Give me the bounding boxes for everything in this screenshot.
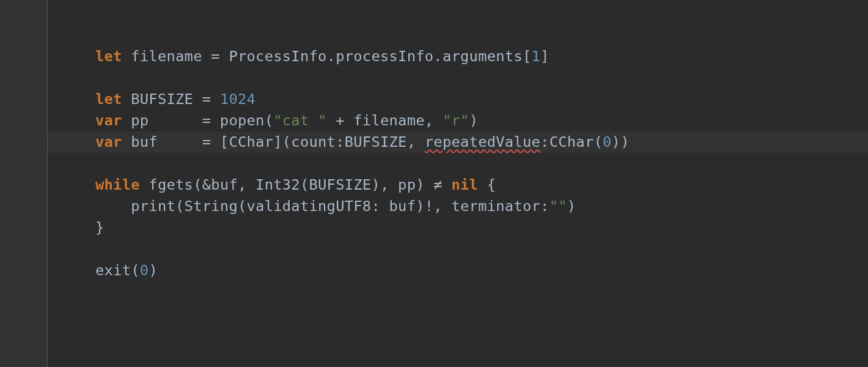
- token-string: "cat ": [273, 112, 326, 129]
- token-type: ProcessInfo: [220, 48, 327, 65]
- token-op: ): [149, 262, 158, 279]
- token-op: =: [211, 48, 220, 65]
- token-plain: Int32(BUFSIZE): [247, 176, 380, 193]
- code-line[interactable]: }: [95, 219, 105, 236]
- token-op: ,: [238, 176, 247, 193]
- token-op: ): [469, 112, 479, 129]
- token-plain: terminator:: [443, 198, 550, 215]
- code-line[interactable]: var pp = popen("cat " + filename, "r"): [95, 112, 478, 129]
- token-ident: processInfo: [336, 48, 433, 65]
- token-op: &: [202, 176, 211, 193]
- token-op: ,: [433, 198, 443, 215]
- token-kw: var: [95, 133, 122, 150]
- token-op: ]: [540, 48, 550, 65]
- token-plain: [327, 112, 336, 129]
- token-op: ): [567, 198, 576, 215]
- token-plain: fgets(: [140, 176, 202, 193]
- token-plain: popen(: [211, 112, 273, 129]
- token-string: "": [550, 198, 567, 215]
- token-op: }: [95, 219, 105, 236]
- code-line[interactable]: let filename = ProcessInfo.processInfo.a…: [95, 48, 550, 65]
- token-op: =: [202, 91, 211, 108]
- editor-gutter: [0, 0, 48, 367]
- token-plain: :CChar(: [540, 133, 603, 150]
- token-plain: buf: [122, 133, 202, 150]
- token-plain: exit(: [95, 262, 140, 279]
- token-num: 1024: [220, 91, 256, 108]
- code-line[interactable]: var buf = [CChar](count:BUFSIZE, repeate…: [95, 133, 630, 150]
- token-kw: while: [95, 176, 140, 193]
- code-editor[interactable]: let filename = ProcessInfo.processInfo.a…: [0, 0, 868, 367]
- code-line[interactable]: while fgets(&buf, Int32(BUFSIZE), pp) ≠ …: [95, 176, 496, 193]
- token-plain: filename: [122, 48, 211, 65]
- token-num: 1: [532, 48, 541, 65]
- token-op: ,: [407, 133, 416, 150]
- token-op: ≠: [433, 176, 443, 193]
- token-plain: pp: [122, 112, 202, 129]
- token-op: {: [478, 176, 496, 193]
- token-plain: print(String(validatingUTF8: buf): [95, 198, 425, 215]
- token-op: +: [336, 112, 345, 129]
- code-line[interactable]: exit(0): [95, 262, 158, 279]
- token-num: 0: [140, 262, 149, 279]
- token-plain: [443, 176, 452, 193]
- token-ident: buf: [211, 176, 238, 193]
- token-op: ,: [425, 112, 434, 129]
- token-ident: filename: [345, 112, 425, 129]
- code-line[interactable]: print(String(validatingUTF8: buf)!, term…: [95, 198, 576, 215]
- token-op: )): [612, 133, 630, 150]
- token-op: =: [202, 133, 211, 150]
- token-plain: [CChar](count:BUFSIZE: [211, 133, 406, 150]
- token-op: .: [327, 48, 336, 65]
- token-err: repeatedValue: [425, 133, 540, 150]
- token-kw: var: [95, 112, 122, 129]
- token-plain: [416, 133, 425, 150]
- token-plain: BUFSIZE: [122, 91, 202, 108]
- token-ident: arguments: [443, 48, 523, 65]
- token-plain: [211, 91, 220, 108]
- code-line[interactable]: let BUFSIZE = 1024: [95, 91, 256, 108]
- token-plain: pp): [389, 176, 434, 193]
- token-plain: [433, 112, 443, 129]
- token-op: =: [202, 112, 211, 129]
- token-kw: nil: [451, 176, 478, 193]
- code-area[interactable]: let filename = ProcessInfo.processInfo.a…: [48, 0, 868, 367]
- token-op: [: [523, 48, 532, 65]
- token-num: 0: [603, 133, 612, 150]
- token-op: ,: [380, 176, 389, 193]
- token-kw: let: [95, 91, 122, 108]
- token-op: !: [425, 198, 434, 215]
- token-string: "r": [443, 112, 469, 129]
- token-kw: let: [95, 48, 122, 65]
- code-block[interactable]: let filename = ProcessInfo.processInfo.a…: [48, 0, 630, 281]
- token-op: .: [433, 48, 443, 65]
